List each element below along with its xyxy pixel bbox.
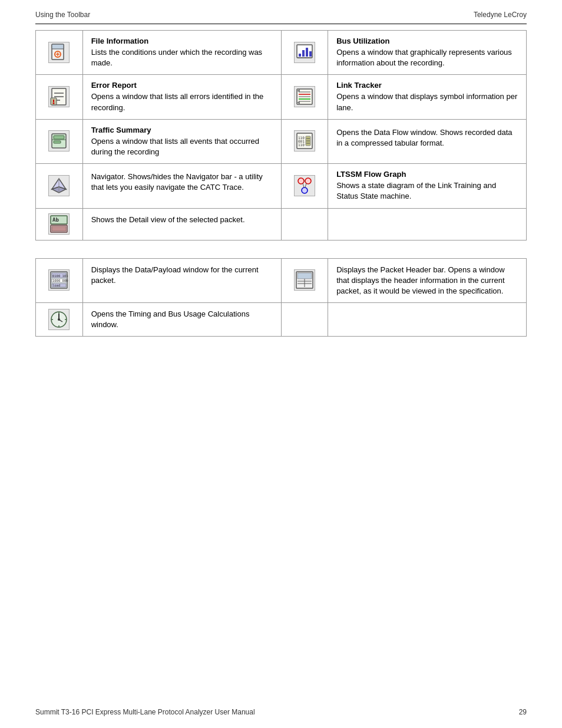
page-footer: Summit T3-16 PCI Express Multi-Lane Prot… [0,708,562,716]
page-header: Using the Toolbar Teledyne LeCroy [0,0,562,24]
detail-view-text: Shows the Detail view of the selected pa… [82,208,281,240]
table-row: Navigator. Shows/hides the Navigator bar… [36,164,527,208]
data-payload-text: Displays the Data/Payload window for the… [82,258,281,303]
navigator-icon-cell [36,164,83,208]
svg-text:load: load [52,284,60,287]
error-report-text: Error Report Opens a window that lists a… [82,75,281,119]
bus-util-title: Bus Utilization [336,37,518,45]
link-tracker-text: Link Tracker Opens a window that display… [328,75,527,119]
svg-point-42 [305,178,311,184]
header-left: Using the Toolbar [35,11,90,19]
table-row: Ab Shows the Detail view of the selected… [36,208,527,240]
traffic-summary-icon [48,130,70,151]
packet-header-icon-cell [281,258,328,303]
navigator-icon [48,175,70,196]
navigator-desc: Navigator. Shows/hides the Navigator bar… [91,172,273,193]
empty-text-cell-5 [328,208,527,240]
svg-rect-28 [54,141,61,143]
ltssm-icon-cell [281,164,328,208]
timing-bus-desc: Opens the Timing and Bus Usage Calculati… [91,309,273,330]
table-row: Traffic Summary Opens a window that list… [36,119,527,163]
svg-rect-27 [54,136,64,139]
table-row: Opens the Timing and Bus Usage Calculati… [36,303,527,337]
ltssm-desc: Shows a state diagram of the Link Traini… [336,180,518,202]
empty-icon-cell-5 [281,208,328,240]
data-payload-icon: 0100 1010 1000 0001 load [48,269,70,291]
traffic-summary-icon-cell [36,119,83,163]
svg-point-66 [58,318,60,321]
detail-view-icon-cell: Ab [36,208,83,240]
packet-header-icon [294,269,315,291]
ltssm-text: LTSSM Flow Graph Shows a state diagram o… [328,164,527,208]
detail-view-desc: Shows the Detail view of the selected pa… [91,215,273,225]
data-flow-icon: 110 001 110 [294,130,315,151]
svg-rect-1 [52,44,64,49]
data-payload-icon-cell: 0100 1010 1000 0001 load [36,258,83,303]
traffic-summary-desc: Opens a window that lists all events tha… [91,136,273,157]
toolbar-table-2: 0100 1010 1000 0001 load Displays the Da… [35,258,527,337]
error-report-icon [48,86,70,107]
data-flow-text: Opens the Data Flow window. Shows record… [328,119,527,163]
link-tracker-icon-cell [281,75,328,119]
empty-text-cell-t2 [328,303,527,337]
error-report-icon-cell [36,75,83,119]
svg-point-41 [298,178,304,184]
table-row: 0100 1010 1000 0001 load Displays the Da… [36,258,527,303]
bus-util-desc: Opens a window that graphically represen… [336,47,518,68]
link-tracker-title: Link Tracker [336,81,518,90]
data-flow-desc: Opens the Data Flow window. Shows record… [336,127,518,149]
timing-bus-icon-cell [36,303,83,337]
traffic-summary-text: Traffic Summary Opens a window that list… [82,119,281,163]
svg-rect-6 [299,54,301,57]
svg-rect-9 [309,51,312,57]
empty-icon-cell-t2 [281,303,328,337]
svg-point-17 [53,103,55,104]
timing-bus-icon [48,309,70,330]
packet-header-desc: Displays the Packet Header bar. Opens a … [336,265,518,297]
svg-line-45 [303,183,304,187]
navigator-text: Navigator. Shows/hides the Navigator bar… [82,164,281,208]
table-row: File Information Lists the conditions un… [36,31,527,75]
svg-line-46 [305,183,306,187]
header-right: Teledyne LeCroy [474,11,527,19]
bus-util-icon [294,42,315,63]
file-info-desc: Lists the conditions under which the rec… [91,47,273,68]
svg-text:0100 1010: 0100 1010 [52,274,68,278]
svg-rect-8 [306,48,308,57]
link-tracker-icon [294,86,315,107]
file-info-icon-cell [36,31,83,75]
table-row: Error Report Opens a window that lists a… [36,75,527,119]
file-info-text: File Information Lists the conditions un… [82,31,281,75]
error-report-title: Error Report [91,81,273,90]
svg-point-43 [302,187,308,193]
svg-text:1000 0001: 1000 0001 [52,279,68,282]
traffic-summary-title: Traffic Summary [91,126,273,134]
packet-header-text: Displays the Packet Header bar. Opens a … [328,258,527,303]
svg-rect-7 [302,50,305,57]
data-flow-icon-cell: 110 001 110 [281,119,328,163]
ltssm-title: LTSSM Flow Graph [336,170,518,179]
svg-text:110: 110 [298,143,305,147]
data-payload-desc: Displays the Data/Payload window for the… [91,265,273,286]
svg-text:Ab: Ab [52,217,59,223]
error-report-desc: Opens a window that lists all errors ide… [91,91,273,113]
detail-view-icon: Ab [48,213,70,235]
bus-util-text: Bus Utilization Opens a window that grap… [328,31,527,75]
svg-rect-50 [52,226,66,231]
link-tracker-desc: Opens a window that displays symbol info… [336,91,518,113]
file-info-title: File Information [91,37,273,45]
bus-util-icon-cell [281,31,328,75]
file-info-icon [48,42,70,63]
toolbar-table-1: File Information Lists the conditions un… [35,30,527,241]
svg-rect-59 [297,273,312,279]
footer-right: 29 [519,708,527,716]
footer-left: Summit T3-16 PCI Express Multi-Lane Prot… [35,708,255,716]
ltssm-icon [294,175,315,196]
timing-bus-text: Opens the Timing and Bus Usage Calculati… [82,303,281,337]
